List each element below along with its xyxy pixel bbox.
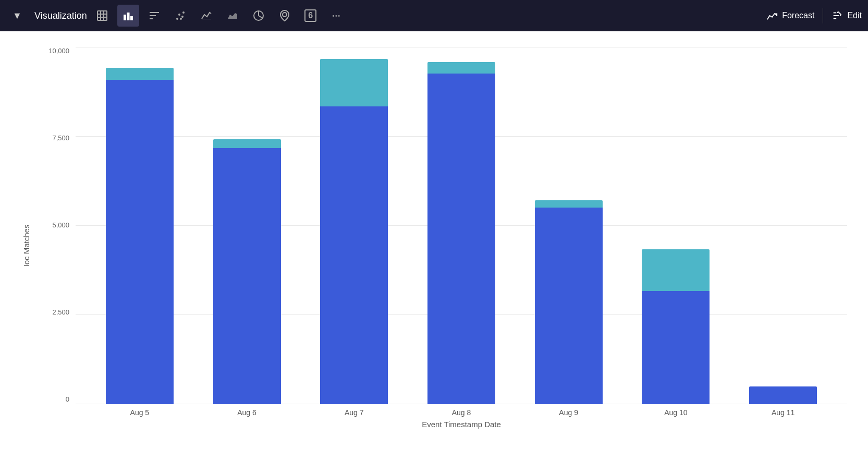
bar-bottom-3 (427, 74, 495, 404)
bar-group-aug-10 (639, 47, 712, 404)
x-axis-label: Event Timestamp Date (76, 420, 847, 429)
svg-point-14 (182, 11, 185, 14)
bar-bottom-5 (642, 291, 710, 404)
collapse-button[interactable]: ▼ (6, 5, 28, 27)
svg-rect-6 (127, 13, 129, 20)
y-tick-10000: 10,000 (48, 47, 69, 55)
line-chart-icon-button[interactable] (195, 5, 217, 27)
bar-chart-icon (122, 9, 135, 22)
y-tick-2500: 2,500 (52, 308, 69, 316)
svg-rect-16 (202, 19, 211, 19)
map-icon-button[interactable] (274, 5, 296, 27)
bar-top-5 (642, 249, 710, 291)
bar-group-aug-8 (425, 47, 498, 404)
x-tick-aug-7: Aug 7 (317, 408, 390, 417)
toolbar-right: Forecast Edit (766, 8, 862, 23)
x-tick-aug-6: Aug 6 (211, 408, 284, 417)
map-icon (278, 9, 291, 22)
number-icon-button[interactable]: 6 (300, 5, 322, 27)
bar-group-aug-9 (532, 47, 605, 404)
table-icon-button[interactable] (91, 5, 113, 27)
pie-chart-icon-button[interactable] (248, 5, 270, 27)
y-tick-5000: 5,000 (52, 221, 69, 229)
bar-group-aug-6 (211, 47, 284, 404)
x-tick-aug-9: Aug 9 (532, 408, 605, 417)
bars-row (76, 47, 847, 404)
svg-point-15 (180, 18, 182, 20)
more-icon: ••• (332, 13, 341, 19)
svg-point-12 (178, 14, 180, 16)
forecast-label: Forecast (782, 11, 814, 20)
scatter-icon (174, 9, 187, 22)
x-tick-aug-8: Aug 8 (425, 408, 498, 417)
plot-area (76, 47, 847, 404)
svg-point-11 (176, 18, 178, 20)
collapse-icon: ▼ (13, 10, 22, 21)
scatter-icon-button[interactable] (169, 5, 191, 27)
y-tick-7500: 7,500 (52, 134, 69, 142)
svg-rect-0 (97, 11, 107, 20)
visualization-title: Visualization (34, 10, 87, 21)
y-axis: 0 2,500 5,000 7,500 10,000 (42, 47, 76, 404)
forecast-button[interactable]: Forecast (766, 10, 814, 21)
svg-rect-7 (130, 16, 133, 20)
bar-bottom-1 (213, 148, 281, 404)
forecast-icon (766, 10, 778, 21)
y-axis-label: Ioc Matches (22, 225, 31, 267)
svg-line-26 (837, 12, 838, 13)
bar-top-3 (427, 62, 495, 74)
x-tick-aug-11: Aug 11 (747, 408, 820, 417)
bar-top-0 (106, 68, 174, 80)
svg-line-20 (259, 16, 263, 18)
toolbar-divider (823, 8, 823, 23)
area-chart-icon (226, 9, 239, 22)
svg-marker-17 (228, 13, 237, 19)
toolbar-left: ▼ Visualization (6, 5, 764, 27)
bar-group-aug-7 (317, 47, 390, 404)
chart-container: Ioc Matches 0 2,500 5,000 7,500 10,000 (0, 31, 868, 460)
bar-chart-icon-button[interactable] (117, 5, 139, 27)
chart-inner: 0 2,500 5,000 7,500 10,000 (42, 47, 847, 429)
line-chart-icon (200, 9, 213, 22)
svg-point-21 (283, 13, 287, 17)
number-icon: 6 (304, 9, 316, 22)
bar-bottom-4 (535, 208, 603, 404)
edit-button[interactable]: Edit (832, 10, 862, 21)
svg-line-25 (838, 12, 841, 15)
edit-label: Edit (847, 11, 862, 20)
x-axis: Aug 5Aug 6Aug 7Aug 8Aug 9Aug 10Aug 11 (76, 404, 847, 417)
bar-top-4 (535, 200, 603, 208)
x-tick-aug-5: Aug 5 (103, 408, 176, 417)
svg-line-27 (840, 15, 841, 16)
svg-rect-5 (124, 15, 126, 20)
chart-plot: 0 2,500 5,000 7,500 10,000 (42, 47, 847, 404)
y-tick-0: 0 (66, 395, 69, 403)
svg-point-13 (181, 16, 184, 18)
bar-bottom-2 (320, 106, 388, 404)
sorted-list-icon-button[interactable] (143, 5, 165, 27)
more-icon-button[interactable]: ••• (326, 5, 348, 27)
sorted-list-icon (148, 9, 161, 22)
bar-bottom-0 (106, 80, 174, 404)
table-icon (96, 9, 108, 22)
bar-group-aug-5 (103, 47, 176, 404)
bar-group-aug-11 (747, 47, 820, 404)
toolbar: ▼ Visualization (0, 0, 868, 31)
edit-icon (832, 10, 843, 21)
area-chart-icon-button[interactable] (222, 5, 243, 27)
bar-top-1 (213, 139, 281, 148)
bar-bottom-6 (749, 386, 817, 404)
x-tick-aug-10: Aug 10 (639, 408, 712, 417)
bar-top-2 (320, 59, 388, 106)
pie-chart-icon (252, 9, 265, 22)
